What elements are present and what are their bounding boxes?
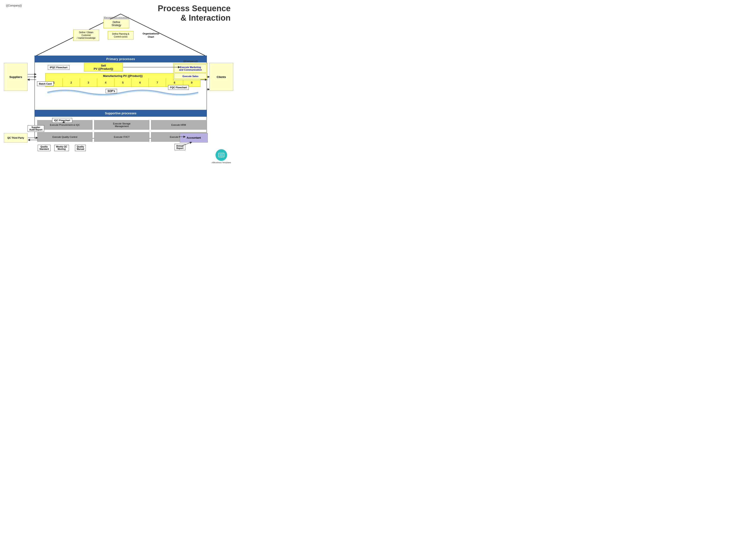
management-processes-area: Management processes DefineStrategy Defi… bbox=[71, 16, 162, 41]
exec-storage-box: Execute StorageManagement bbox=[94, 120, 149, 130]
suppliers-box: Suppliers bbox=[4, 63, 28, 91]
mfg-cell-4: 4 bbox=[97, 78, 115, 87]
company-label: {{Company}} bbox=[6, 4, 22, 7]
mgmt-bottom-row: Define / Obtain Customer/ market knowled… bbox=[71, 30, 162, 41]
abt-circle bbox=[216, 149, 227, 161]
qc-third-party-box: QC Third Party bbox=[4, 133, 28, 142]
clients-box: Clients bbox=[209, 63, 233, 91]
exec-hrm-box: Execute HRM bbox=[151, 120, 206, 130]
company-right-inner: Execute Marketingand Communication Execu… bbox=[173, 63, 208, 80]
define-obtain-box: Define / Obtain Customer/ market knowled… bbox=[73, 30, 99, 41]
mfg-cell-3: 3 bbox=[80, 78, 97, 87]
quality-manual-box: QualityManual bbox=[75, 145, 86, 151]
sop-label: SOP's bbox=[106, 89, 117, 93]
company-right-block: {{Company}} Execute Marketingand Communi… bbox=[173, 60, 208, 80]
mfg-cell-7: 7 bbox=[149, 78, 166, 87]
page-title: Process Sequence & Interaction bbox=[158, 4, 230, 23]
mfg-cell-6: 6 bbox=[131, 78, 149, 87]
iqc-flowchart-box: IQC Flowchart bbox=[52, 118, 72, 123]
monitor-icon bbox=[218, 153, 225, 157]
org-chart-label: Organizational Chart bbox=[142, 32, 159, 38]
exec-sales-box: Execute Sales bbox=[174, 73, 207, 79]
supportive-processes-bar: Supportive processes bbox=[35, 110, 207, 117]
svg-rect-17 bbox=[219, 154, 223, 156]
ipqc-flowchart-box: IPQC Flowchart bbox=[48, 65, 69, 70]
fqc-flowchart-box: FQC Flowchart bbox=[168, 85, 189, 90]
define-planning-box: Define Planning &Control-cyclus bbox=[108, 31, 134, 39]
company-right-label: {{Company}} bbox=[173, 60, 208, 63]
abt-badge: AllBusiness Templates bbox=[212, 149, 231, 164]
exec-itict-box: Execute IT/ICT bbox=[94, 132, 149, 142]
weekly-qc-meeting-box: Weekly QCMeeting bbox=[54, 145, 69, 151]
exec-qc-box: Execute Quality Control bbox=[37, 132, 93, 142]
exec-marketing-box: Execute Marketingand Communication bbox=[174, 64, 207, 73]
supplier-audit-box: SupplierAudit Report bbox=[28, 125, 44, 132]
batch-card-box: Batch Card bbox=[37, 81, 54, 86]
annual-report-box: AnnualReport bbox=[175, 144, 185, 150]
mfg-cell-5: 5 bbox=[115, 78, 132, 87]
abt-label: AllBusiness Templates bbox=[212, 162, 231, 164]
define-strategy-box: DefineStrategy bbox=[103, 19, 129, 28]
accountant-box: Accountant bbox=[180, 133, 208, 142]
management-label: Management processes bbox=[71, 16, 162, 19]
mfg-cell-2: 2 bbox=[63, 78, 80, 87]
sell-box: SellPV {{Product}} bbox=[84, 63, 123, 71]
quality-standard-box: QualityStandard bbox=[38, 145, 50, 151]
